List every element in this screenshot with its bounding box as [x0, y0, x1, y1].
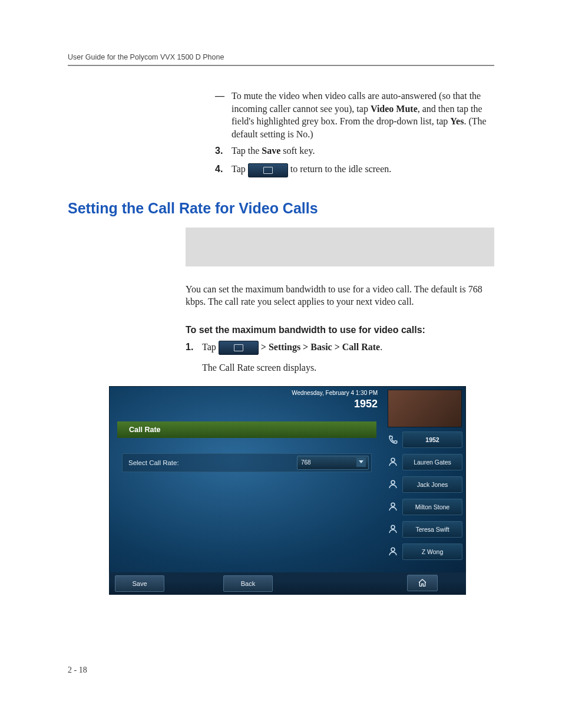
contact-icon: [387, 501, 399, 513]
line-label: Milton Stone: [402, 499, 462, 515]
page-number: 2 - 18: [68, 666, 87, 675]
home-icon: [418, 578, 427, 588]
line-label: Teresa Swift: [402, 521, 462, 538]
note-placeholder: [186, 228, 494, 266]
line-key[interactable]: Milton Stone: [387, 497, 462, 517]
line-key[interactable]: Lauren Gates: [387, 452, 462, 472]
home-button-icon: [248, 163, 288, 177]
step-text: Tap to return to the idle screen.: [232, 164, 391, 174]
page-header: User Guide for the Polycom VVX 1500 D Ph…: [68, 53, 494, 66]
contacts-sidebar: 1952 Lauren Gates Jack Jones Milton Ston…: [384, 386, 466, 595]
procedure-heading: To set the maximum bandwidth to use for …: [186, 325, 494, 335]
video-preview: [388, 390, 462, 427]
contact-icon: [387, 456, 399, 468]
call-rate-dropdown[interactable]: 768: [297, 456, 369, 470]
step-4: 4. Tap to return to the idle screen.: [215, 162, 494, 177]
paragraph: You can set the maximum bandwidth to use…: [186, 283, 494, 308]
step-text: Tap > Settings > Basic > Call Rate.: [202, 342, 382, 352]
phone-datetime: Wednesday, February 4 1:30 PM: [292, 390, 378, 396]
line-label: Lauren Gates: [402, 454, 462, 470]
setting-label: Select Call Rate:: [123, 459, 297, 466]
line-key[interactable]: Z Wong: [387, 542, 462, 562]
line-label: Z Wong: [402, 543, 462, 560]
step-continuation: The Call Rate screen displays.: [202, 361, 494, 375]
phone-icon: [387, 434, 399, 446]
bullet-text: To mute the video when video calls are a…: [232, 91, 487, 139]
step-1: 1. Tap > Settings > Basic > Call Rate. T…: [186, 340, 494, 375]
chevron-down-icon: [356, 457, 366, 467]
line-label: 1952: [402, 431, 462, 448]
step-number: 3.: [215, 144, 223, 159]
home-button-icon: [219, 341, 259, 355]
dash-marker: —: [215, 90, 224, 103]
back-softkey[interactable]: Back: [223, 575, 273, 592]
save-softkey[interactable]: Save: [115, 575, 164, 592]
step-3: 3. Tap the Save soft key.: [215, 144, 494, 159]
section-heading: Setting the Call Rate for Video Calls: [68, 200, 494, 217]
line-label: Jack Jones: [402, 476, 462, 493]
contact-icon: [387, 523, 399, 535]
phone-extension: 1952: [354, 398, 378, 410]
dropdown-value: 768: [301, 459, 311, 466]
home-softkey[interactable]: [407, 575, 438, 591]
step-number: 1.: [186, 340, 193, 355]
phone-screenshot: Wednesday, February 4 1:30 PM 1952 Call …: [109, 386, 466, 595]
step-number: 4.: [215, 162, 223, 177]
line-key[interactable]: Jack Jones: [387, 475, 462, 495]
softkey-bar: Save Back: [109, 572, 466, 595]
step-text: Tap the Save soft key.: [232, 146, 315, 156]
contact-icon: [387, 479, 399, 490]
screen-title-bar: Call Rate: [117, 421, 376, 438]
line-key[interactable]: Teresa Swift: [387, 519, 462, 539]
contact-icon: [387, 546, 399, 558]
setting-row: Select Call Rate: 768: [122, 453, 372, 472]
line-key[interactable]: 1952: [387, 430, 462, 450]
bullet-item: — To mute the video when video calls are…: [215, 90, 494, 140]
